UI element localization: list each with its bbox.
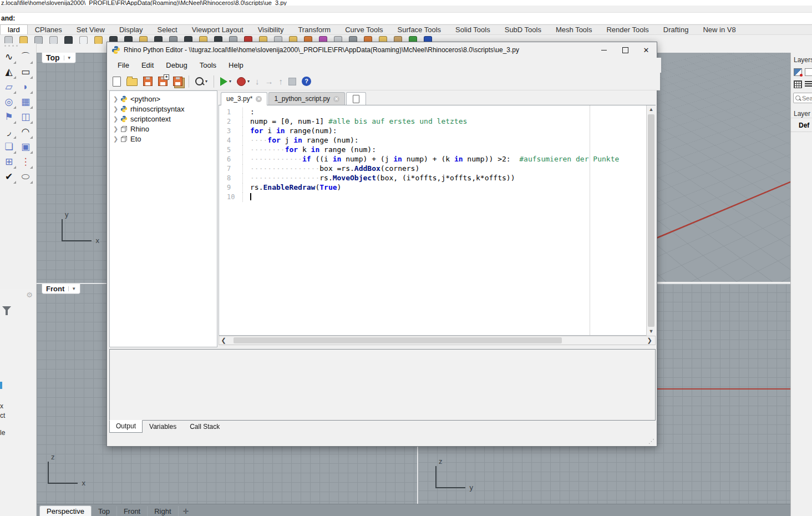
code-line-9[interactable]: 9rs.EnableRedraw(True) (219, 183, 619, 192)
panel-tab-output[interactable]: Output (109, 420, 143, 433)
surface-from-points-icon[interactable]: ▱ (1, 79, 17, 94)
command-prompt[interactable]: and: (0, 13, 812, 24)
toolbar-tab-mesh-tools[interactable]: Mesh Tools (549, 25, 600, 35)
toolbar-tab-display[interactable]: Display (112, 25, 150, 35)
toolbar-tab-render-tools[interactable]: Render Tools (599, 25, 656, 35)
code-line-1[interactable]: 1: (219, 107, 619, 117)
menu-tools[interactable]: Tools (194, 59, 222, 72)
blend-icon[interactable]: ◠ (18, 124, 33, 139)
code-line-7[interactable]: 7················box =rs.AddBox(corners) (219, 164, 619, 173)
layer-search-input[interactable]: Sea (793, 93, 812, 103)
new-file-icon[interactable] (110, 74, 123, 89)
panel-tab-call-stack[interactable]: Call Stack (183, 421, 226, 433)
toolbar-tab-new-in-v8[interactable]: New in V8 (696, 25, 743, 35)
arc-through-points-icon[interactable]: ⌒ (18, 49, 33, 64)
trim-icon[interactable]: ⚑ (1, 109, 17, 124)
copy-icon[interactable] (79, 36, 88, 44)
viewport-tab-right[interactable]: Right (148, 506, 178, 516)
open-file-icon[interactable] (4, 36, 13, 44)
horizontal-scroll-thumb[interactable] (234, 337, 562, 343)
toolbar-tab-curve-tools[interactable]: Curve Tools (338, 25, 390, 35)
search-icon[interactable]: ▾ (193, 74, 210, 89)
save-plus-icon[interactable]: + (156, 74, 170, 89)
close-tab-icon[interactable]: ✕ (333, 96, 339, 102)
chevron-right-icon[interactable]: ❯ (113, 95, 118, 103)
insert-block-icon[interactable]: ▣ (18, 139, 33, 154)
mesh-surface-icon[interactable]: ▦ (18, 94, 33, 109)
code-line-4[interactable]: 4····for j in range (num): (219, 135, 619, 145)
toolbar-tab-select[interactable]: Select (150, 25, 185, 35)
panel-tab-variables[interactable]: Variables (143, 421, 183, 433)
tree-item-rhinoscriptsyntax[interactable]: ❯rhinoscriptsyntax (110, 104, 217, 114)
scroll-down-arrow[interactable]: ▼ (647, 327, 656, 336)
save-file-icon[interactable] (19, 36, 28, 44)
layer-grid-icon[interactable] (794, 80, 802, 88)
toolbar-tab-lard[interactable]: lard (0, 24, 28, 35)
vertical-scrollbar[interactable]: ▲ ▼ (646, 105, 656, 336)
tree-item-Eto[interactable]: ❯Eto (110, 134, 217, 144)
curved-surface-icon[interactable]: ◗ (18, 79, 33, 94)
toolbar-tab-visibility[interactable]: Visibility (251, 25, 291, 35)
scroll-right-arrow[interactable]: ❯ (645, 337, 654, 344)
toolbar-tab-transform[interactable]: Transform (291, 25, 338, 35)
boolean-tools-icon[interactable]: ⬭ (18, 169, 33, 184)
code-editor[interactable]: 1:2nump = [0, num-1] #alle bis auf erste… (219, 105, 656, 336)
chevron-down-icon[interactable]: ▼ (64, 55, 72, 60)
stop-icon[interactable] (286, 74, 298, 89)
toolbar-tab-cplanes[interactable]: CPlanes (28, 25, 69, 35)
toolbar-tab-set-view[interactable]: Set View (69, 25, 112, 35)
new-document-tab[interactable] (346, 92, 366, 105)
layer-menu-icon[interactable] (805, 80, 812, 87)
step-into-icon[interactable]: ↓ (253, 74, 262, 89)
tree-item-Rhino[interactable]: ❯Rhino (110, 124, 217, 134)
check-selection-icon[interactable]: ✔ (1, 169, 17, 184)
toolbar-tab-subd-tools[interactable]: SubD Tools (498, 25, 549, 35)
cone-icon[interactable]: ◭ (1, 64, 17, 79)
split-icon[interactable]: ◫ (18, 109, 33, 124)
viewport-top-title[interactable]: Top ▼ (42, 53, 76, 63)
chevron-right-icon[interactable]: ❯ (113, 115, 118, 123)
step-over-icon[interactable]: → (263, 74, 276, 89)
close-tab-icon[interactable]: ✕ (256, 96, 262, 102)
toolbar-tab-viewport-layout[interactable]: Viewport Layout (185, 25, 251, 35)
default-layer-row[interactable]: Def (791, 118, 812, 132)
filter-funnel-icon[interactable] (2, 306, 11, 311)
title-bar[interactable]: Rhino Python Editor - \\tugraz.local\fil… (107, 42, 657, 58)
menu-help[interactable]: Help (222, 59, 250, 72)
fillet-icon[interactable]: ◞ (1, 124, 17, 139)
record-icon[interactable]: ▾ (235, 74, 252, 89)
new-layer-icon[interactable] (794, 68, 802, 76)
help-icon[interactable]: ? (300, 74, 313, 89)
gear-icon[interactable]: ⚙ (26, 291, 33, 299)
toolbar-tab-solid-tools[interactable]: Solid Tools (448, 25, 498, 35)
cut-icon[interactable] (64, 36, 73, 44)
code-line-3[interactable]: 3for i in range(num): (219, 126, 619, 135)
menu-file[interactable]: File (111, 59, 135, 72)
tree-item-python[interactable]: ❯<python> (110, 94, 217, 104)
viewport-tab-top[interactable]: Top (92, 506, 117, 516)
paste-icon[interactable] (94, 36, 103, 44)
chevron-right-icon[interactable]: ❯ (113, 125, 118, 133)
viewport-tab-perspective[interactable]: Perspective (39, 505, 92, 516)
linear-array-icon[interactable]: ⋮ (18, 154, 33, 169)
menu-edit[interactable]: Edit (135, 59, 160, 72)
print-icon[interactable] (34, 36, 43, 44)
document-tab-1_python_script-py[interactable]: 1_python_script.py✕ (268, 92, 345, 105)
chevron-right-icon[interactable]: ❯ (113, 135, 118, 143)
viewport-tab-front[interactable]: Front (117, 506, 148, 516)
code-line-6[interactable]: 6············if ((i in nump) + (j in num… (219, 154, 619, 164)
scroll-left-arrow[interactable]: ❮ (219, 337, 228, 344)
export-icon[interactable] (49, 36, 58, 44)
chevron-down-icon[interactable]: ▼ (68, 286, 76, 291)
chevron-right-icon[interactable]: ❯ (113, 105, 118, 113)
maximize-button[interactable] (615, 43, 636, 58)
close-button[interactable]: ✕ (636, 43, 657, 58)
resize-grip[interactable]: ⋰ (648, 438, 654, 445)
block-definitions-icon[interactable]: ❏ (1, 139, 17, 154)
scroll-up-arrow[interactable]: ▲ (647, 105, 656, 114)
horizontal-scrollbar[interactable]: ❮ ❯ (219, 336, 656, 345)
new-viewport-tab-icon[interactable]: ✛ (179, 506, 194, 516)
save-icon[interactable] (141, 74, 155, 89)
step-out-icon[interactable]: ↑ (277, 74, 286, 89)
open-folder-icon[interactable] (124, 74, 140, 89)
